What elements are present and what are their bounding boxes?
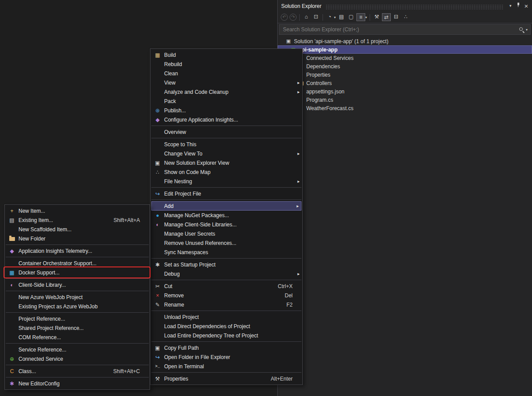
menu-separator <box>6 257 149 257</box>
preview-selected-items-icon[interactable]: ▢ <box>347 13 356 21</box>
menu-item-connected-service[interactable]: ⊕Connected Service <box>5 354 150 363</box>
menu-item-load-entire-dependency-tree-of-project[interactable]: Load Entire Dependency Tree of Project <box>150 331 302 340</box>
code-map-graph-icon[interactable]: ∴ <box>401 13 410 21</box>
close-icon[interactable]: × <box>522 2 530 10</box>
open-active-document-icon[interactable]: ⊡ <box>312 13 320 21</box>
dropdown-caret-icon[interactable]: ▾ <box>365 15 367 19</box>
menu-item-scope-to-this[interactable]: Scope to This <box>150 140 302 149</box>
menu-item-add[interactable]: Add▸ <box>151 201 301 211</box>
publish-icon: ⊕ <box>153 107 162 114</box>
nav-forward-icon[interactable]: ↷ <box>290 14 297 21</box>
menu-item-container-orchestrator-support[interactable]: Container Orchestrator Support... <box>5 259 150 268</box>
tree-item-connected-services[interactable]: ◎Connected Services <box>278 54 532 62</box>
menu-item-new-folder[interactable]: New Folder <box>5 234 150 243</box>
menu-item-debug[interactable]: Debug▸ <box>150 269 302 278</box>
tree-item-weatherforecast-cs[interactable]: #WeatherForecast.cs <box>278 104 532 112</box>
menu-item-label: Configure Application Insights... <box>164 117 293 123</box>
menu-separator <box>6 291 149 291</box>
window-position-icon[interactable]: ▾ <box>506 2 514 10</box>
menu-item-pack[interactable]: Pack <box>150 96 302 106</box>
menu-item-label: Show on Code Map <box>164 169 293 175</box>
menu-item-shortcut: F2 <box>286 302 293 308</box>
menu-item-docker-support[interactable]: ▦Docker Support... <box>5 268 150 277</box>
search-icon[interactable] <box>519 27 525 33</box>
pending-changes-filter-icon[interactable]: ◔ <box>325 13 334 21</box>
menu-item-class[interactable]: CClass...Shift+Alt+C <box>5 366 150 376</box>
properties-pages-icon[interactable]: ▤ <box>337 13 346 21</box>
menu-item-edit-project-file[interactable]: ↪Edit Project File <box>150 189 302 198</box>
menu-item-existing-item[interactable]: ▤Existing Item...Shift+Alt+A <box>5 215 150 225</box>
tree-item-appsettings-json[interactable]: {}appsettings.json <box>278 87 532 96</box>
menu-item-service-reference[interactable]: Service Reference... <box>5 345 150 354</box>
toolbar-separator <box>323 14 323 21</box>
menu-item-show-on-code-map[interactable]: ∴Show on Code Map <box>150 167 302 177</box>
menu-item-label: Manage User Secrets <box>164 231 293 237</box>
menu-item-new-item[interactable]: +New Item... <box>5 206 150 215</box>
menu-item-sync-namespaces[interactable]: Sync Namespaces <box>150 248 302 257</box>
menu-separator <box>6 278 149 279</box>
tree-item-dependencies[interactable]: ⊞Dependencies <box>278 62 532 70</box>
pin-icon[interactable] <box>514 2 522 10</box>
panel-title: Solution Explorer <box>281 3 321 9</box>
wrench-icon[interactable]: ⚒ <box>372 13 381 21</box>
home-icon[interactable]: ⌂ <box>302 13 311 21</box>
search-dropdown-icon[interactable]: ▾ <box>526 28 528 32</box>
menu-item-copy-full-path[interactable]: ▣Copy Full Path <box>150 343 302 352</box>
menu-item-manage-user-secrets[interactable]: Manage User Secrets <box>150 229 302 238</box>
menu-item-unload-project[interactable]: Unload Project <box>150 312 302 322</box>
menu-item-shared-project-reference[interactable]: Shared Project Reference... <box>5 323 150 333</box>
menu-item-application-insights-telemetry[interactable]: ◆Application Insights Telemetry... <box>5 246 150 255</box>
menu-item-set-as-startup-project[interactable]: ✱Set as Startup Project <box>150 260 302 269</box>
tree-item-label: Connected Services <box>306 55 353 61</box>
menu-item-build[interactable]: ▦Build <box>150 50 302 59</box>
menu-item-change-view-to[interactable]: Change View To▸ <box>150 149 302 158</box>
menu-item-new-scaffolded-item[interactable]: New Scaffolded Item... <box>5 225 150 234</box>
sync-with-active-document-icon[interactable]: ⇄ <box>382 13 391 21</box>
menu-item-client-side-library[interactable]: ◐Client-Side Library... <box>5 280 150 289</box>
menu-item-remove-unused-references[interactable]: Remove Unused References... <box>150 238 302 248</box>
menu-item-clean[interactable]: Clean <box>150 69 302 78</box>
menu-item-label: Sync Namespaces <box>164 249 293 255</box>
menu-item-new-editorconfig[interactable]: ✱New EditorConfig <box>5 379 150 388</box>
search-box[interactable]: ▾ <box>279 24 531 35</box>
search-input[interactable] <box>282 26 519 33</box>
dropdown-caret-icon[interactable]: ▾ <box>334 15 336 19</box>
tree-item-solution-api-sample-app-1-of-1-project[interactable]: ▣Solution 'api-sample-app' (1 of 1 proje… <box>278 37 532 45</box>
menu-item-project-reference[interactable]: Project Reference... <box>5 314 150 323</box>
toolbar-separator <box>299 14 300 21</box>
tree-item-program-cs[interactable]: #Program.cs <box>278 96 532 104</box>
menu-item-new-solution-explorer-view[interactable]: ▣New Solution Explorer View <box>150 158 302 167</box>
tree-item-controllers[interactable]: Controllers <box>278 79 532 87</box>
submenu-arrow-icon: ▸ <box>292 204 299 208</box>
menu-item-publish[interactable]: ⊕Publish... <box>150 106 302 115</box>
menu-item-file-nesting[interactable]: File Nesting▸ <box>150 177 302 186</box>
menu-item-new-azure-webjob-project[interactable]: New Azure WebJob Project <box>5 292 150 302</box>
folder-icon <box>7 236 17 242</box>
menu-item-configure-application-insights[interactable]: ◆Configure Application Insights... <box>150 115 302 124</box>
tree-item-properties[interactable]: ⚒Properties <box>278 70 532 79</box>
menu-item-properties[interactable]: ⚒PropertiesAlt+Enter <box>150 374 302 383</box>
class-icon: C <box>7 368 17 374</box>
menu-item-open-folder-in-file-explorer[interactable]: ↪Open Folder in File Explorer <box>150 352 302 362</box>
menu-item-manage-client-side-libraries[interactable]: ◐Manage Client-Side Libraries... <box>150 220 302 229</box>
solution-explorer-titlebar[interactable]: Solution Explorer ▾ × <box>278 0 532 11</box>
menu-item-existing-project-as-azure-webjob[interactable]: Existing Project as Azure WebJob <box>5 302 150 311</box>
menu-item-load-direct-dependencies-of-project[interactable]: Load Direct Dependencies of Project <box>150 322 302 331</box>
menu-item-rebuild[interactable]: Rebuild <box>150 59 302 69</box>
menu-item-rename[interactable]: ✎RenameF2 <box>150 300 302 309</box>
menu-item-remove[interactable]: ×RemoveDel <box>150 291 302 300</box>
menu-item-view[interactable]: View▸ <box>150 78 302 87</box>
show-all-files-icon[interactable]: ≡ <box>356 13 365 21</box>
menu-item-label: Project Reference... <box>18 316 140 322</box>
menu-item-com-reference[interactable]: COM Reference... <box>5 333 150 342</box>
menu-item-cut[interactable]: ✂CutCtrl+X <box>150 281 302 291</box>
add-submenu: +New Item...▤Existing Item...Shift+Alt+A… <box>4 204 150 390</box>
menu-separator <box>151 280 301 280</box>
tree-item-api-sample-app[interactable]: ◢▦api-sample-app <box>278 45 532 54</box>
collapse-all-icon[interactable]: ⊟ <box>392 13 400 21</box>
menu-item-overview[interactable]: Overview <box>150 127 302 137</box>
menu-item-open-in-terminal[interactable]: >_Open in Terminal <box>150 362 302 371</box>
nav-back-icon[interactable]: ↶ <box>281 14 288 21</box>
menu-item-analyze-and-code-cleanup[interactable]: Analyze and Code Cleanup▸ <box>150 87 302 96</box>
menu-item-manage-nuget-packages[interactable]: ●Manage NuGet Packages... <box>150 211 302 220</box>
